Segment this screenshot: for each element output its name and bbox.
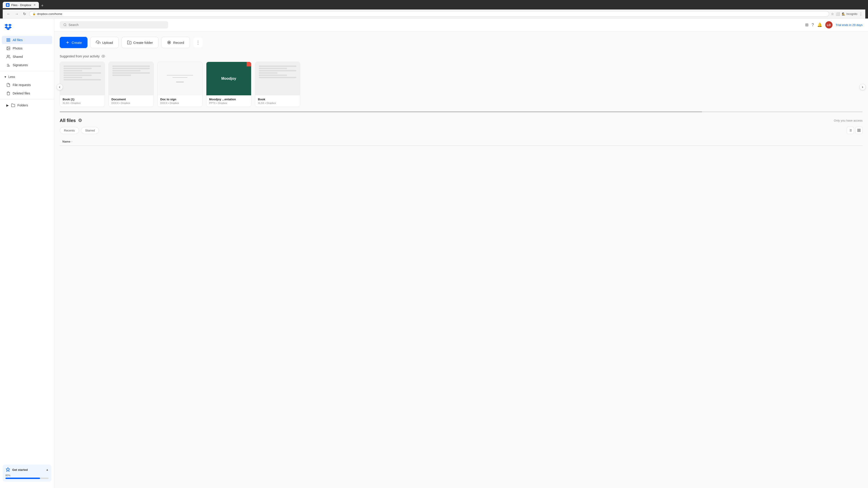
svg-rect-23 (858, 129, 859, 130)
sidebar-folders-label: Folders (18, 103, 28, 107)
rocket-icon (5, 467, 10, 472)
tab-close-btn[interactable]: ✕ (33, 3, 36, 6)
list-view-icon (848, 129, 852, 132)
file-thumb-0 (60, 62, 105, 95)
create-folder-button[interactable]: Create folder (121, 37, 159, 48)
tab-recents[interactable]: Recents (60, 127, 79, 134)
content-area: Create Upload Create folder Record ⋮ (54, 31, 868, 151)
file-meta-4: XLSX • Dropbox (258, 102, 297, 104)
file-cards: Book (1) XLSX • Dropbox (60, 62, 863, 109)
help-icon[interactable]: ? (812, 23, 814, 27)
extension-icon[interactable]: ⬜ (836, 12, 840, 16)
search-input[interactable] (68, 23, 164, 27)
address-bar[interactable]: 🔒 dropbox.com/home (29, 11, 829, 17)
file-type-0: XLSX (63, 102, 69, 104)
get-started-card[interactable]: Get started ▲ 80% (3, 464, 51, 482)
record-icon (167, 40, 171, 45)
upload-button[interactable]: Upload (90, 37, 119, 48)
file-type-3: PPTX (209, 102, 216, 104)
main-content: ⊞ ? 🔔 LD Trial ends in 29 days Create Up… (54, 19, 868, 488)
svg-rect-26 (859, 131, 860, 132)
trial-badge[interactable]: Trial ends in 29 days (836, 23, 863, 27)
file-thumb-4 (255, 62, 300, 95)
record-label: Record (173, 41, 184, 44)
file-card-0[interactable]: Book (1) XLSX • Dropbox (60, 62, 105, 107)
refresh-button[interactable]: ↻ (22, 11, 27, 17)
active-tab[interactable]: Files - Dropbox ✕ (3, 2, 39, 8)
main-header: ⊞ ? 🔔 LD Trial ends in 29 days (54, 19, 868, 31)
plus-icon (65, 40, 70, 45)
sidebar-signatures-label: Signatures (13, 63, 28, 67)
svg-line-8 (66, 26, 66, 26)
record-button[interactable]: Record (161, 37, 190, 48)
sidebar-item-all-files[interactable]: All files (2, 36, 52, 44)
new-tab-button[interactable]: + (40, 3, 45, 8)
notifications-icon[interactable]: 🔔 (817, 22, 822, 27)
tab-favicon (6, 3, 9, 7)
bookmark-icon[interactable]: ☆ (831, 12, 834, 16)
chevron-down-icon: ▾ (4, 75, 6, 78)
file-location-0: Dropbox (71, 102, 81, 104)
address-text: dropbox.com/home (37, 12, 62, 15)
file-info-3: Moodjoy ...entation PPTX • Dropbox (206, 95, 251, 107)
avatar[interactable]: LD (825, 21, 833, 29)
sidebar-less-btn[interactable]: ▾ Less (0, 73, 54, 80)
file-location-4: Dropbox (267, 102, 276, 104)
grid-apps-icon[interactable]: ⊞ (805, 22, 809, 27)
sidebar-bottom: Get started ▲ 80% (0, 462, 54, 484)
sidebar-item-deleted-files[interactable]: Deleted files (2, 89, 52, 97)
eye-icon (101, 55, 105, 58)
sidebar-file-requests-label: File requests (13, 83, 31, 87)
sidebar: All files Photos Shared Signatures ▾ Les… (0, 19, 54, 488)
dropbox-logo[interactable] (0, 22, 54, 36)
file-thumb-2 (158, 62, 202, 95)
progress-label: 80% (5, 474, 49, 477)
col-name-label: Name (62, 140, 70, 143)
lock-icon: 🔒 (33, 12, 36, 15)
create-button[interactable]: Create (60, 37, 88, 48)
file-type-2: DOCX (160, 102, 167, 104)
svg-rect-0 (7, 38, 8, 39)
search-bar[interactable] (60, 21, 168, 29)
sidebar-item-shared[interactable]: Shared (2, 53, 52, 61)
all-files-label: All files (60, 118, 76, 123)
sidebar-item-file-requests[interactable]: File requests (2, 81, 52, 89)
sidebar-item-signatures[interactable]: Signatures (2, 61, 52, 69)
settings-gear-icon[interactable]: ⚙ (78, 118, 82, 123)
file-info-4: Book XLSX • Dropbox (255, 95, 300, 107)
file-meta-2: DOCX • Dropbox (160, 102, 199, 104)
sidebar-divider-2 (0, 99, 54, 99)
tab-title: Files - Dropbox (11, 3, 31, 7)
back-button[interactable]: ← (5, 11, 12, 17)
file-card-4[interactable]: Book XLSX • Dropbox (255, 62, 300, 107)
file-meta-1: DOCX • Dropbox (112, 102, 151, 104)
tab-starred[interactable]: Starred (81, 127, 99, 134)
all-files-header: All files ⚙ Only you have access (60, 118, 863, 123)
more-options-icon[interactable]: ⋮ (859, 12, 863, 16)
file-card-2[interactable]: Doc to sign DOCX • Dropbox (157, 62, 203, 107)
sidebar-item-folders[interactable]: ▶ Folders (2, 101, 52, 109)
scroll-right-arrow[interactable]: › (860, 84, 866, 90)
forward-button[interactable]: → (13, 11, 20, 17)
file-name-2: Doc to sign (160, 98, 199, 101)
file-card-1[interactable]: Document DOCX • Dropbox (108, 62, 154, 107)
list-view-toggle[interactable] (847, 127, 854, 134)
get-started-title: Get started (12, 468, 44, 471)
file-card-3[interactable]: Moodjoy Moodjoy ...entation PPTX • Dropb… (206, 62, 251, 107)
chevron-right-icon: ▶ (6, 103, 9, 107)
svg-rect-25 (858, 131, 859, 132)
svg-rect-2 (7, 40, 8, 41)
more-actions-button[interactable]: ⋮ (193, 37, 203, 47)
scroll-left-arrow[interactable]: ‹ (57, 84, 63, 90)
browser-tabs: Files - Dropbox ✕ + (3, 2, 865, 8)
get-started-header: Get started ▲ (5, 467, 49, 472)
sidebar-nav: All files Photos Shared Signatures ▾ Les… (0, 36, 54, 462)
col-name-sort[interactable]: Name ↑ (62, 140, 860, 143)
file-location-1: Dropbox (121, 102, 130, 104)
file-tabs: Recents Starred (60, 127, 863, 134)
create-label: Create (72, 41, 82, 44)
horizontal-scrollbar[interactable] (60, 111, 863, 112)
svg-point-16 (103, 56, 104, 57)
sidebar-item-photos[interactable]: Photos (2, 44, 52, 53)
grid-view-toggle[interactable] (855, 127, 863, 134)
